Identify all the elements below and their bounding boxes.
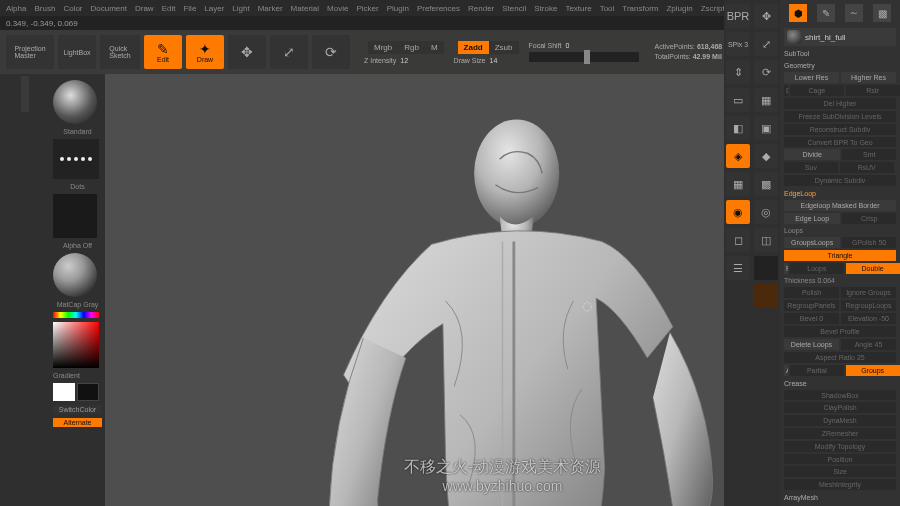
loops2-slider[interactable]: Loops <box>790 263 844 274</box>
menu-item[interactable]: Stroke <box>534 4 557 13</box>
reconstruct-button[interactable]: Reconstruct Subdiv <box>784 124 896 135</box>
crisp-button[interactable]: Crisp <box>842 213 896 224</box>
aspect-ratio-slider[interactable]: Aspect Ratio 25 <box>784 352 896 363</box>
floor-button[interactable]: ▦ <box>726 172 750 196</box>
edgeloop-masked-button[interactable]: Edgeloop Masked Border <box>784 200 896 211</box>
rstr-button[interactable]: Rstr <box>846 85 900 96</box>
foreground-swatch[interactable] <box>53 383 75 401</box>
double-toggle[interactable]: Double <box>846 263 900 274</box>
menu-item[interactable]: Preferences <box>417 4 460 13</box>
suv-button[interactable]: Suv <box>784 162 838 173</box>
convert-bpr-button[interactable]: Convert BPR To Geo <box>784 137 896 148</box>
menu-item[interactable]: Material <box>291 4 319 13</box>
ignore-groups-toggle[interactable]: Ignore Groups <box>841 287 896 298</box>
current-subtool[interactable]: shirt_hi_full <box>784 28 896 46</box>
menu-item[interactable]: Alpha <box>6 4 26 13</box>
texture-swatch[interactable] <box>754 256 778 280</box>
meshintegrity-section[interactable]: MeshIntegrity <box>784 479 896 490</box>
polish-slider[interactable]: Polish <box>784 287 839 298</box>
menu-item[interactable]: Picker <box>356 4 378 13</box>
frame-button[interactable]: ◻ <box>726 228 750 252</box>
menu-item[interactable]: Transform <box>622 4 658 13</box>
draw-mode-button[interactable]: ✦ Draw <box>186 35 224 69</box>
align-loops-button[interactable]: Align Loops <box>784 365 788 376</box>
zadd-button[interactable]: Zadd <box>458 41 489 54</box>
scale-button[interactable]: ⤢ <box>270 35 308 69</box>
stroke-tab-icon[interactable]: ～ <box>845 4 863 22</box>
del-higher-button[interactable]: Del Higher <box>784 98 896 109</box>
background-swatch[interactable] <box>77 383 99 401</box>
grid-toggle[interactable]: ▦ <box>754 88 778 112</box>
groups-loops-button[interactable]: GroupsLoops <box>784 237 840 248</box>
subtool-header[interactable]: SubTool <box>784 48 896 58</box>
panel-loops-button[interactable]: Panel Loops <box>784 263 788 274</box>
del-lower-button[interactable]: Del Lower <box>784 85 788 96</box>
crease-header[interactable]: Crease <box>784 378 896 388</box>
triangle-toggle[interactable]: Triangle <box>784 250 896 261</box>
mrgb-button[interactable]: Mrgb <box>368 41 398 54</box>
material-thumbnail[interactable] <box>53 253 97 297</box>
rotate-nav-button[interactable]: ⟳ <box>754 60 778 84</box>
menu-item[interactable]: Texture <box>565 4 591 13</box>
menu-item[interactable]: Brush <box>34 4 55 13</box>
scale-nav-button[interactable]: ⤢ <box>754 32 778 56</box>
regroup-panels-button[interactable]: RegroupPanels <box>784 300 839 311</box>
projection-master-button[interactable]: Projection Master <box>6 35 54 69</box>
drawsize-value[interactable]: 14 <box>490 57 498 64</box>
partial-toggle[interactable]: Partial <box>790 365 844 376</box>
persp-toggle[interactable]: ◆ <box>754 144 778 168</box>
brush-tab-icon[interactable]: ✎ <box>817 4 835 22</box>
edgeloop-header[interactable]: EdgeLoop <box>784 188 896 198</box>
menu-item[interactable]: Draw <box>135 4 154 13</box>
lightbox-button[interactable]: LightBox <box>58 35 96 69</box>
angle-slider[interactable]: Angle 45 <box>841 339 896 350</box>
menu-item[interactable]: Marker <box>258 4 283 13</box>
local-button[interactable]: ◉ <box>726 200 750 224</box>
brush-thumbnail[interactable] <box>53 80 97 124</box>
smt-button[interactable]: Smt <box>842 149 896 160</box>
tool-tab-icon[interactable]: ⬢ <box>789 4 807 22</box>
quicksketch-button[interactable]: Quick Sketch <box>100 35 140 69</box>
actual-button[interactable]: ▭ <box>726 88 750 112</box>
shadowbox-section[interactable]: ShadowBox <box>784 390 896 401</box>
move-nav-button[interactable]: ✥ <box>754 4 778 28</box>
scroll-button[interactable]: ⇕ <box>726 60 750 84</box>
menu-item[interactable]: Movie <box>327 4 348 13</box>
menu-item[interactable]: Edit <box>162 4 176 13</box>
bpr-button[interactable]: BPR <box>726 4 750 28</box>
xpose-button[interactable]: ☰ <box>726 256 750 280</box>
delete-loops-button[interactable]: Delete Loops <box>784 339 839 350</box>
groups-toggle[interactable]: Groups <box>846 365 900 376</box>
persp-button[interactable]: ◈ <box>726 144 750 168</box>
focal-value[interactable]: 0 <box>566 42 570 49</box>
cage-button[interactable]: Cage <box>790 85 844 96</box>
lowres-toggle[interactable]: ◫ <box>754 228 778 252</box>
frame-toggle[interactable]: ▣ <box>754 116 778 140</box>
gpolish-slider[interactable]: GPolish 50 <box>842 237 896 248</box>
elevation-slider[interactable]: Elevation -50 <box>841 313 896 324</box>
divider-icon[interactable] <box>21 76 29 112</box>
menu-item[interactable]: Plugin <box>387 4 409 13</box>
hue-slider[interactable] <box>53 312 99 318</box>
aahalf-button[interactable]: ◧ <box>726 116 750 140</box>
lower-res-button[interactable]: Lower Res <box>784 72 839 83</box>
alpha-thumbnail[interactable] <box>53 194 97 238</box>
alternate-button[interactable]: Alternate <box>53 418 102 427</box>
position-section[interactable]: Position <box>784 454 896 465</box>
zintensity-value[interactable]: 12 <box>400 57 408 64</box>
material-swatch[interactable] <box>754 284 778 308</box>
divide-button[interactable]: Divide <box>784 149 840 160</box>
stroke-thumbnail[interactable] <box>53 139 99 179</box>
rgb-button[interactable]: Rgb <box>398 41 425 54</box>
edge-loop-button[interactable]: Edge Loop <box>784 213 840 224</box>
arraymesh-header[interactable]: ArrayMesh <box>784 492 896 502</box>
rotate-button[interactable]: ⟳ <box>312 35 350 69</box>
dynamesh-section[interactable]: DynaMesh <box>784 415 896 426</box>
size-section[interactable]: Size <box>784 466 896 477</box>
menu-item[interactable]: Color <box>63 4 82 13</box>
dynamic-subdiv-button[interactable]: Dynamic Subdiv <box>784 175 896 186</box>
menu-item[interactable]: Stencil <box>502 4 526 13</box>
menu-item[interactable]: Render <box>468 4 494 13</box>
rsuv-button[interactable]: RsUV <box>840 162 894 173</box>
color-picker[interactable] <box>53 322 99 368</box>
